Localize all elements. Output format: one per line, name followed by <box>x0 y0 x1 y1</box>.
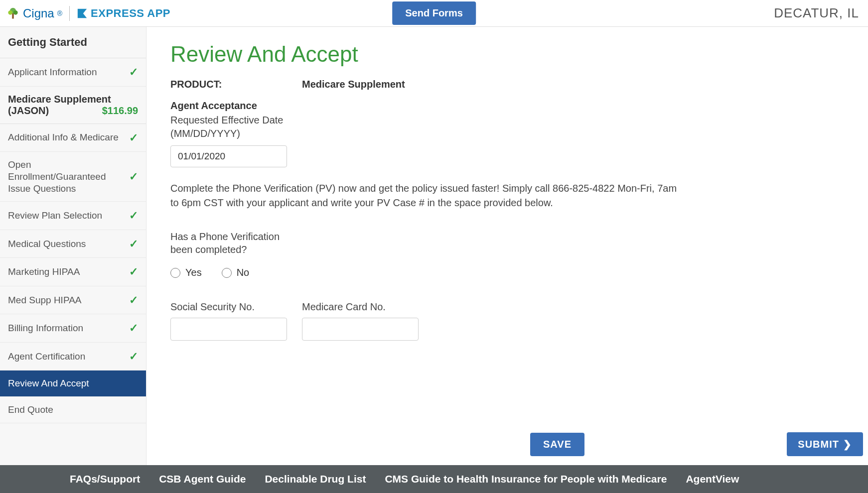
sidebar-item-label: End Quote <box>8 404 138 416</box>
sidebar-item-billing-information[interactable]: Billing Information ✓ <box>0 314 146 343</box>
svg-point-1 <box>8 10 12 14</box>
sidebar-item-additional-info[interactable]: Additional Info & Medicare ✓ <box>0 124 146 152</box>
sidebar-item-agent-certification[interactable]: Agent Certification ✓ <box>0 343 146 371</box>
express-app-text: EXPRESS APP <box>91 7 170 20</box>
sidebar-item-medical-questions[interactable]: Medical Questions ✓ <box>0 230 146 258</box>
chevron-right-icon: ❯ <box>843 438 852 450</box>
checkmark-icon: ✓ <box>129 265 138 279</box>
main-content: Review And Accept PRODUCT: Medicare Supp… <box>146 27 868 465</box>
svg-rect-3 <box>12 13 14 19</box>
express-app-logo: EXPRESS APP <box>77 7 170 20</box>
checkmark-icon: ✓ <box>129 293 138 307</box>
sidebar-nav: Getting Started Applicant Information ✓ … <box>0 27 146 465</box>
requested-effective-date-input[interactable] <box>170 145 287 167</box>
sidebar-item-med-supp-hipaa[interactable]: Med Supp HIPAA ✓ <box>0 286 146 315</box>
checkmark-icon: ✓ <box>129 209 138 223</box>
sidebar-product-summary: Medicare Supplement (JASON) $116.99 <box>0 87 146 124</box>
pv-radio-no-label[interactable]: No <box>222 267 250 278</box>
send-forms-button[interactable]: Send Forms <box>392 1 476 25</box>
sidebar-item-label: Additional Info & Medicare <box>8 131 125 143</box>
submit-button[interactable]: SUBMIT ❯ <box>787 432 863 456</box>
header-divider <box>69 6 70 21</box>
medicare-card-field: Medicare Card No. <box>302 301 419 341</box>
medicare-card-input[interactable] <box>302 318 419 341</box>
body-layout: Getting Started Applicant Information ✓ … <box>0 27 868 465</box>
submit-button-text: SUBMIT <box>798 439 839 450</box>
app-header: Cigna® EXPRESS APP Send Forms DECATUR, I… <box>0 0 868 27</box>
cigna-logo: Cigna® <box>6 6 62 20</box>
footer-nav: FAQs/Support CSB Agent Guide Declinable … <box>0 465 868 493</box>
ssn-field: Social Security No. <box>170 301 287 341</box>
checkmark-icon: ✓ <box>129 170 138 184</box>
pv-radio-yes-label[interactable]: Yes <box>170 267 202 278</box>
sidebar-item-applicant-information[interactable]: Applicant Information ✓ <box>0 58 146 87</box>
sidebar-item-marketing-hipaa[interactable]: Marketing HIPAA ✓ <box>0 258 146 286</box>
sidebar-item-label: Agent Certification <box>8 351 125 363</box>
checkmark-icon: ✓ <box>129 65 138 79</box>
pv-radio-yes[interactable] <box>170 268 180 278</box>
sidebar-heading: Getting Started <box>0 27 146 58</box>
cigna-tree-icon <box>6 6 20 20</box>
footer-link-csb-guide[interactable]: CSB Agent Guide <box>159 473 246 485</box>
location-display: DECATUR, IL <box>774 5 859 21</box>
product-label: PRODUCT: <box>170 79 302 90</box>
express-flag-icon <box>77 8 88 19</box>
checkmark-icon: ✓ <box>129 350 138 364</box>
ssn-label: Social Security No. <box>170 301 287 313</box>
sidebar-item-label: Med Supp HIPAA <box>8 294 125 306</box>
sidebar-item-label: Medical Questions <box>8 238 125 250</box>
id-fields-row: Social Security No. Medicare Card No. <box>170 301 844 341</box>
sidebar-product-line1: Medicare Supplement <box>8 94 138 105</box>
sidebar-product-line2: (JASON) <box>8 105 49 117</box>
sidebar-product-price: $116.99 <box>102 105 138 117</box>
phone-verification-radio-group: Yes No <box>170 267 844 278</box>
sidebar-item-end-quote[interactable]: End Quote <box>0 397 146 423</box>
sidebar-item-label: Review Plan Selection <box>8 210 125 222</box>
page-title: Review And Accept <box>170 42 844 67</box>
sidebar-item-label: Review And Accept <box>8 377 138 389</box>
svg-point-2 <box>13 10 18 14</box>
phone-verification-question: Has a Phone Verification been completed? <box>170 230 302 256</box>
requested-effective-date-label: Requested Effective Date (MM/DD/YYYY) <box>170 114 302 140</box>
product-value: Medicare Supplement <box>302 79 405 90</box>
cigna-logo-text: Cigna <box>23 6 54 20</box>
sidebar-item-review-plan[interactable]: Review Plan Selection ✓ <box>0 202 146 230</box>
checkmark-icon: ✓ <box>129 321 138 335</box>
agent-acceptance-heading: Agent Acceptance <box>170 100 844 112</box>
footer-link-agentview[interactable]: AgentView <box>686 473 739 485</box>
pv-radio-no-text: No <box>237 267 250 278</box>
sidebar-item-label: Open Enrollment/Guaranteed Issue Questio… <box>8 159 125 194</box>
checkmark-icon: ✓ <box>129 131 138 145</box>
sidebar-item-open-enrollment[interactable]: Open Enrollment/Guaranteed Issue Questio… <box>0 152 146 202</box>
checkmark-icon: ✓ <box>129 237 138 251</box>
footer-link-declinable-drugs[interactable]: Declinable Drug List <box>265 473 366 485</box>
pv-radio-yes-text: Yes <box>185 267 202 278</box>
sidebar-item-label: Marketing HIPAA <box>8 266 125 278</box>
sidebar-item-label: Billing Information <box>8 322 125 334</box>
save-button[interactable]: SAVE <box>530 433 584 456</box>
footer-link-faqs[interactable]: FAQs/Support <box>70 473 140 485</box>
ssn-input[interactable] <box>170 318 287 341</box>
phone-verification-paragraph: Complete the Phone Verification (PV) now… <box>170 181 679 210</box>
product-row: PRODUCT: Medicare Supplement <box>170 79 844 90</box>
sidebar-item-label: Applicant Information <box>8 66 125 78</box>
sidebar-item-review-and-accept[interactable]: Review And Accept <box>0 370 146 397</box>
medicare-card-label: Medicare Card No. <box>302 301 419 313</box>
pv-radio-no[interactable] <box>222 268 232 278</box>
footer-link-cms-guide[interactable]: CMS Guide to Health Insurance for People… <box>385 473 667 485</box>
